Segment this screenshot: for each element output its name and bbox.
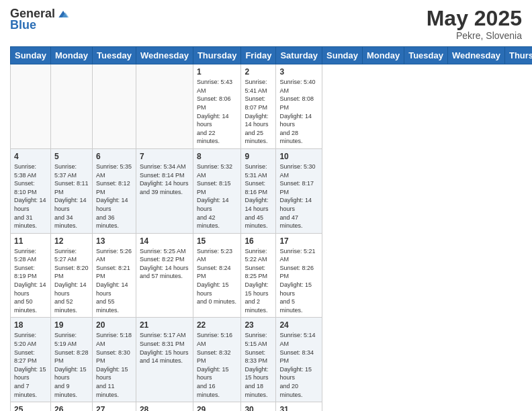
week-row-5: 25Sunrise: 5:13 AM Sunset: 8:35 PM Dayli… xyxy=(11,402,533,411)
day-number: 7 xyxy=(140,152,189,161)
day-info: Sunrise: 5:23 AM Sunset: 8:24 PM Dayligh… xyxy=(197,247,238,306)
calendar-cell: 26Sunrise: 5:12 AM Sunset: 8:36 PM Dayli… xyxy=(50,402,92,411)
calendar-subtitle: Pekre, Slovenia xyxy=(427,30,522,41)
calendar-cell: 7Sunrise: 5:34 AM Sunset: 8:14 PM Daylig… xyxy=(136,148,193,233)
calendar-cell xyxy=(136,64,193,149)
day-number: 31 xyxy=(279,405,318,411)
day-number: 17 xyxy=(279,236,318,246)
week-row-2: 4Sunrise: 5:38 AM Sunset: 8:10 PM Daylig… xyxy=(11,148,533,233)
col-header-monday: Monday xyxy=(363,47,404,64)
week-row-4: 18Sunrise: 5:20 AM Sunset: 8:27 PM Dayli… xyxy=(11,318,533,402)
day-number: 21 xyxy=(140,320,189,330)
col-header-monday: Monday xyxy=(50,47,92,64)
col-header-saturday: Saturday xyxy=(276,47,322,64)
day-number: 25 xyxy=(14,405,47,411)
logo: General Blue xyxy=(10,7,70,32)
day-info: Sunrise: 5:14 AM Sunset: 8:34 PM Dayligh… xyxy=(279,331,318,399)
day-number: 3 xyxy=(279,67,318,77)
col-header-wednesday: Wednesday xyxy=(447,47,504,64)
col-header-sunday: Sunday xyxy=(322,47,363,64)
day-info: Sunrise: 5:41 AM Sunset: 8:07 PM Dayligh… xyxy=(245,78,272,146)
calendar-cell: 2Sunrise: 5:41 AM Sunset: 8:07 PM Daylig… xyxy=(241,64,276,149)
calendar-cell: 11Sunrise: 5:28 AM Sunset: 8:19 PM Dayli… xyxy=(11,233,51,318)
calendar-cell: 24Sunrise: 5:14 AM Sunset: 8:34 PM Dayli… xyxy=(276,318,322,402)
day-info: Sunrise: 5:16 AM Sunset: 8:32 PM Dayligh… xyxy=(197,331,238,399)
calendar-cell: 19Sunrise: 5:19 AM Sunset: 8:28 PM Dayli… xyxy=(50,318,92,402)
day-info: Sunrise: 5:21 AM Sunset: 8:26 PM Dayligh… xyxy=(279,247,318,315)
day-number: 11 xyxy=(14,236,47,246)
calendar-cell: 6Sunrise: 5:35 AM Sunset: 8:12 PM Daylig… xyxy=(93,148,136,233)
day-info: Sunrise: 5:18 AM Sunset: 8:30 PM Dayligh… xyxy=(96,331,132,399)
day-number: 30 xyxy=(245,405,272,411)
day-info: Sunrise: 5:30 AM Sunset: 8:17 PM Dayligh… xyxy=(279,163,318,230)
day-number: 8 xyxy=(197,152,238,161)
calendar-cell: 3Sunrise: 5:40 AM Sunset: 8:08 PM Daylig… xyxy=(276,64,322,149)
calendar-cell xyxy=(50,64,92,149)
col-header-tuesday: Tuesday xyxy=(93,47,136,64)
day-info: Sunrise: 5:38 AM Sunset: 8:10 PM Dayligh… xyxy=(14,163,47,230)
header: General Blue May 2025 Pekre, Slovenia xyxy=(10,7,522,41)
calendar-cell: 4Sunrise: 5:38 AM Sunset: 8:10 PM Daylig… xyxy=(11,148,51,233)
col-header-friday: Friday xyxy=(241,47,276,64)
day-number: 23 xyxy=(245,320,272,330)
col-header-thursday: Thursday xyxy=(193,47,241,64)
day-info: Sunrise: 5:34 AM Sunset: 8:14 PM Dayligh… xyxy=(140,163,189,196)
calendar-cell: 13Sunrise: 5:26 AM Sunset: 8:21 PM Dayli… xyxy=(93,233,136,318)
calendar-cell: 12Sunrise: 5:27 AM Sunset: 8:20 PM Dayli… xyxy=(50,233,92,318)
calendar-cell: 30Sunrise: 5:09 AM Sunset: 8:40 PM Dayli… xyxy=(241,402,276,411)
day-info: Sunrise: 5:15 AM Sunset: 8:33 PM Dayligh… xyxy=(245,331,272,399)
day-info: Sunrise: 5:32 AM Sunset: 8:15 PM Dayligh… xyxy=(197,163,238,230)
day-info: Sunrise: 5:22 AM Sunset: 8:25 PM Dayligh… xyxy=(245,247,272,315)
calendar-cell xyxy=(93,64,136,149)
calendar-cell: 31Sunrise: 5:08 AM Sunset: 8:41 PM Dayli… xyxy=(276,402,322,411)
calendar-cell: 1Sunrise: 5:43 AM Sunset: 8:06 PM Daylig… xyxy=(193,64,241,149)
day-number: 2 xyxy=(245,67,272,77)
calendar-cell: 16Sunrise: 5:22 AM Sunset: 8:25 PM Dayli… xyxy=(241,233,276,318)
calendar-cell: 28Sunrise: 5:11 AM Sunset: 8:38 PM Dayli… xyxy=(136,402,193,411)
day-info: Sunrise: 5:37 AM Sunset: 8:11 PM Dayligh… xyxy=(54,163,89,230)
day-number: 26 xyxy=(54,405,89,411)
calendar-cell: 25Sunrise: 5:13 AM Sunset: 8:35 PM Dayli… xyxy=(11,402,51,411)
col-header-thursday: Thursday xyxy=(504,47,532,64)
calendar-cell: 14Sunrise: 5:25 AM Sunset: 8:22 PM Dayli… xyxy=(136,233,193,318)
col-header-tuesday: Tuesday xyxy=(404,47,448,64)
day-number: 1 xyxy=(197,67,238,77)
day-info: Sunrise: 5:25 AM Sunset: 8:22 PM Dayligh… xyxy=(140,247,189,281)
day-info: Sunrise: 5:28 AM Sunset: 8:19 PM Dayligh… xyxy=(14,247,47,315)
calendar-cell: 22Sunrise: 5:16 AM Sunset: 8:32 PM Dayli… xyxy=(193,318,241,402)
calendar-cell: 8Sunrise: 5:32 AM Sunset: 8:15 PM Daylig… xyxy=(193,148,241,233)
day-info: Sunrise: 5:26 AM Sunset: 8:21 PM Dayligh… xyxy=(96,247,132,315)
calendar-cell: 20Sunrise: 5:18 AM Sunset: 8:30 PM Dayli… xyxy=(93,318,136,402)
page: General Blue May 2025 Pekre, Slovenia Su… xyxy=(0,0,532,411)
day-number: 18 xyxy=(14,320,47,330)
calendar-cell: 18Sunrise: 5:20 AM Sunset: 8:27 PM Dayli… xyxy=(11,318,51,402)
day-number: 10 xyxy=(279,152,318,161)
week-row-3: 11Sunrise: 5:28 AM Sunset: 8:19 PM Dayli… xyxy=(11,233,533,318)
calendar-cell: 23Sunrise: 5:15 AM Sunset: 8:33 PM Dayli… xyxy=(241,318,276,402)
day-number: 15 xyxy=(197,236,238,246)
day-number: 4 xyxy=(14,152,47,161)
calendar-cell: 15Sunrise: 5:23 AM Sunset: 8:24 PM Dayli… xyxy=(193,233,241,318)
col-header-sunday: Sunday xyxy=(11,47,51,64)
week-row-1: 1Sunrise: 5:43 AM Sunset: 8:06 PM Daylig… xyxy=(11,64,533,149)
title-block: May 2025 Pekre, Slovenia xyxy=(427,7,522,41)
day-info: Sunrise: 5:35 AM Sunset: 8:12 PM Dayligh… xyxy=(96,163,132,230)
header-row: SundayMondayTuesdayWednesdayThursdayFrid… xyxy=(11,47,533,64)
day-number: 6 xyxy=(96,152,132,161)
calendar-cell: 21Sunrise: 5:17 AM Sunset: 8:31 PM Dayli… xyxy=(136,318,193,402)
day-info: Sunrise: 5:20 AM Sunset: 8:27 PM Dayligh… xyxy=(14,331,47,399)
calendar-cell: 27Sunrise: 5:11 AM Sunset: 8:37 PM Dayli… xyxy=(93,402,136,411)
calendar-cell: 17Sunrise: 5:21 AM Sunset: 8:26 PM Dayli… xyxy=(276,233,322,318)
calendar-cell: 9Sunrise: 5:31 AM Sunset: 8:16 PM Daylig… xyxy=(241,148,276,233)
calendar-cell xyxy=(11,64,51,149)
day-number: 20 xyxy=(96,320,132,330)
calendar-cell: 29Sunrise: 5:10 AM Sunset: 8:39 PM Dayli… xyxy=(193,402,241,411)
day-info: Sunrise: 5:31 AM Sunset: 8:16 PM Dayligh… xyxy=(245,163,272,230)
day-info: Sunrise: 5:40 AM Sunset: 8:08 PM Dayligh… xyxy=(279,78,318,146)
calendar-title: May 2025 xyxy=(427,7,522,30)
logo-blue: Blue xyxy=(10,18,36,32)
logo-icon xyxy=(56,7,70,21)
day-number: 24 xyxy=(279,320,318,330)
day-info: Sunrise: 5:19 AM Sunset: 8:28 PM Dayligh… xyxy=(54,331,89,399)
col-header-wednesday: Wednesday xyxy=(136,47,193,64)
